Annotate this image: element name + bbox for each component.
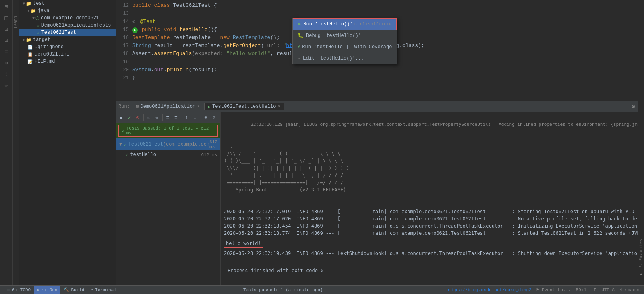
tree-label-demo-tests: Demo0621ApplicationTests <box>41 23 111 28</box>
test-tool-filter3[interactable]: ⊘ <box>211 113 218 122</box>
tree-item-gitignore[interactable]: 📄 .gitignore <box>19 43 116 51</box>
sidebar-icon-7[interactable]: ↕ <box>2 69 11 79</box>
code-line-12: 12 public class Test0621Test { <box>116 2 638 10</box>
run-bottom-icon: ▶ <box>37 287 40 292</box>
line-num-20: 20 <box>116 66 132 74</box>
test-tree-item-hello[interactable]: ✓ testHello 612 ms <box>116 150 220 159</box>
console-shutdown: 2020-06-20 22:32:19.439 INFO 4869 --- [e… <box>224 250 634 257</box>
run-icon-ctx: ▶ <box>298 20 301 28</box>
line-num-21: 21 <box>116 74 132 82</box>
sidebar-icon-4[interactable]: ⊡ <box>2 35 11 45</box>
sidebar-icon-6[interactable]: ⊕ <box>2 58 11 68</box>
test-passed-badge: ✓ Tests passed: 1 of 1 test – 612 ms <box>118 125 218 137</box>
test-tree-item-root[interactable]: ▼ ✓ Test0621Test (com.example.dem 612 ms <box>116 138 220 150</box>
package-icon: ⬡ <box>35 16 39 21</box>
bottom-tab-build-label: Build <box>71 288 84 292</box>
console-log-4: 2020-06-20 22:32:18.774 INFO 4869 --- [ … <box>224 230 634 237</box>
test-tool-up[interactable]: ↑ <box>183 113 191 122</box>
bottom-event-log: ⚑ Event Lo... <box>536 287 571 292</box>
tree-arrow-target: ▶ <box>23 37 25 42</box>
test-root-duration: 612 ms <box>209 140 217 149</box>
bottom-tab-build[interactable]: 🔨 Build <box>60 286 87 294</box>
folder-icon-java: 📁 <box>31 8 36 14</box>
run-tab-demo[interactable]: ⊡ Demo0621Application × <box>133 103 204 111</box>
ctx-coverage-item[interactable]: ⚡ Run 'testHello()' with Coverage <box>293 41 397 53</box>
java-icon-demo-tests: ☕ <box>37 23 40 28</box>
console-log-2: 2020-06-20 22:32:17.020 INFO 4869 --- [ … <box>224 215 634 222</box>
test-tree-panel: ▶ ✓ ⊘ ⇅ ⇅ ≡ ≡ ↑ ↓ ⊕ ⊘ <box>116 112 221 285</box>
test-tool-expand[interactable]: ⊕ <box>202 113 209 122</box>
main-area: ⊞ ◫ ⊡ ⊡ ≡ ⊕ ↕ ☆ Learn ▼ 📁 test ▼ 📁 java … <box>0 0 644 285</box>
run-tab-test-label: Test0621Test.testHello <box>212 104 276 109</box>
ctx-edit-item[interactable]: ✏ Edit 'testHello()'... <box>293 53 397 64</box>
bottom-tab-terminal-label: Terminal <box>95 288 116 292</box>
tree-label-package: com.example.demo0621 <box>41 15 99 21</box>
test-tool-play[interactable]: ▶ <box>118 113 125 122</box>
code-line-13: 13 <box>116 10 638 18</box>
line-num-15: 15 <box>116 26 132 34</box>
edit-icon-ctx: ✏ <box>298 54 300 62</box>
tree-item-target[interactable]: ▶ 📁 target <box>19 36 116 43</box>
test-tool-stop[interactable]: ⊘ <box>134 113 141 122</box>
line-num-17: 17 <box>116 42 132 50</box>
console-log-3: 2020-06-20 22:32:18.454 INFO 4869 --- [ … <box>224 222 634 230</box>
ctx-run-item[interactable]: ▶ Run 'testHello()' Ctrl+Shift+F10 <box>293 18 397 30</box>
code-line-21: 21 } <box>116 74 638 82</box>
test-root-label: Test0621Test <box>128 142 163 147</box>
run-tab-test[interactable]: ▶ Test0621Test.testHello × <box>204 103 284 110</box>
run-tab-demo-close[interactable]: × <box>197 104 200 109</box>
sidebar-icon-2[interactable]: ◫ <box>2 13 11 23</box>
spring-art: . ____ _ __ _ _ /\\ / ___'_ __ _ _(_)_ _… <box>224 144 349 193</box>
tree-item-test0621[interactable]: ☕ Test0621Test <box>19 29 116 36</box>
tree-item-java[interactable]: ▼ 📁 java <box>19 7 116 14</box>
console-debug-line: 22:32:16.129 [main] DEBUG org.springfram… <box>224 114 634 136</box>
file-tree: ▼ 📁 test ▼ 📁 java ▼ ⬡ com.example.demo06… <box>19 0 116 285</box>
toolbar-sep-2 <box>162 114 163 121</box>
sidebar-icon-3[interactable]: ⊡ <box>2 24 11 34</box>
run-toolbar: Run: ⊡ Demo0621Application × ▶ Test0621T… <box>116 101 638 112</box>
sidebar-icon-5[interactable]: ≡ <box>2 47 11 56</box>
coverage-icon-ctx: ⚡ <box>298 43 300 51</box>
tree-arrow-package: ▼ <box>32 16 35 21</box>
test-status-text: Tests passed: 1 of 1 test – 612 ms <box>126 126 214 136</box>
tree-item-iml[interactable]: 📋 demo0621.iml <box>19 51 116 58</box>
test-hello-label: testHello <box>130 152 156 158</box>
test-tool-sort2[interactable]: ⇅ <box>153 113 160 122</box>
tree-label-gitignore: .gitignore <box>35 44 64 50</box>
bottom-tab-todo[interactable]: ☰ 6: TODO <box>3 286 34 294</box>
tree-label-target: target <box>33 37 50 43</box>
tree-item-demo-tests[interactable]: ☕ Demo0621ApplicationTests <box>19 22 116 29</box>
line-content-12: public class Test0621Test { <box>132 2 638 10</box>
sidebar-icon-1[interactable]: ⊞ <box>2 2 11 11</box>
run-tab-test-close[interactable]: × <box>278 104 281 109</box>
sidebar-icon-8[interactable]: ☆ <box>2 80 11 90</box>
test-tool-down[interactable]: ↓ <box>191 113 199 122</box>
test-tool-filter2[interactable]: ≡ <box>172 113 180 122</box>
tree-item-test[interactable]: ▼ 📁 test <box>19 0 116 7</box>
console-output[interactable]: 22:32:16.129 [main] DEBUG org.springfram… <box>221 112 638 285</box>
test-tool-check[interactable]: ✓ <box>126 113 133 122</box>
star-icon: ★ <box>640 271 642 277</box>
test-tool-sort1[interactable]: ⇅ <box>145 113 152 122</box>
settings-gear-icon[interactable]: ⚙ <box>632 103 635 110</box>
test-toolbar: ▶ ✓ ⊘ ⇅ ⇅ ≡ ≡ ↑ ↓ ⊕ ⊘ <box>116 112 220 123</box>
ctx-edit-label: Edit 'testHello()'... <box>303 54 364 62</box>
terminal-icon: ▪ <box>91 288 93 292</box>
console-hello-world-wrapper: hello world! <box>224 238 634 249</box>
tree-item-help[interactable]: 📝 HELP.md <box>19 58 116 65</box>
bottom-bar: ☰ 6: TODO ▶ 4: Run 🔨 Build ▪ Terminal Te… <box>0 285 644 294</box>
editor-area: 12 public class Test0621Test { 13 14 ⊙ @… <box>116 0 638 285</box>
ctx-debug-item[interactable]: 🐛 Debug 'testHello()' <box>293 30 397 41</box>
bottom-tab-run[interactable]: ▶ 4: Run <box>34 286 60 294</box>
check-icon: ✓ <box>122 128 125 134</box>
line-content-20: System.out.println(result); <box>132 66 638 74</box>
file-icon-iml: 📋 <box>27 52 33 57</box>
test-tool-filter1[interactable]: ≡ <box>164 113 171 122</box>
line-num-19: 19 <box>116 58 132 66</box>
learn-label: Learn <box>14 16 18 28</box>
folder-icon-test: 📁 <box>26 1 31 6</box>
tree-item-package[interactable]: ▼ ⬡ com.example.demo0621 <box>19 14 116 22</box>
bottom-tab-terminal[interactable]: ▪ Terminal <box>87 286 119 294</box>
ctx-debug-label: Debug 'testHello()' <box>306 32 361 40</box>
tree-label-test: test <box>33 1 45 6</box>
